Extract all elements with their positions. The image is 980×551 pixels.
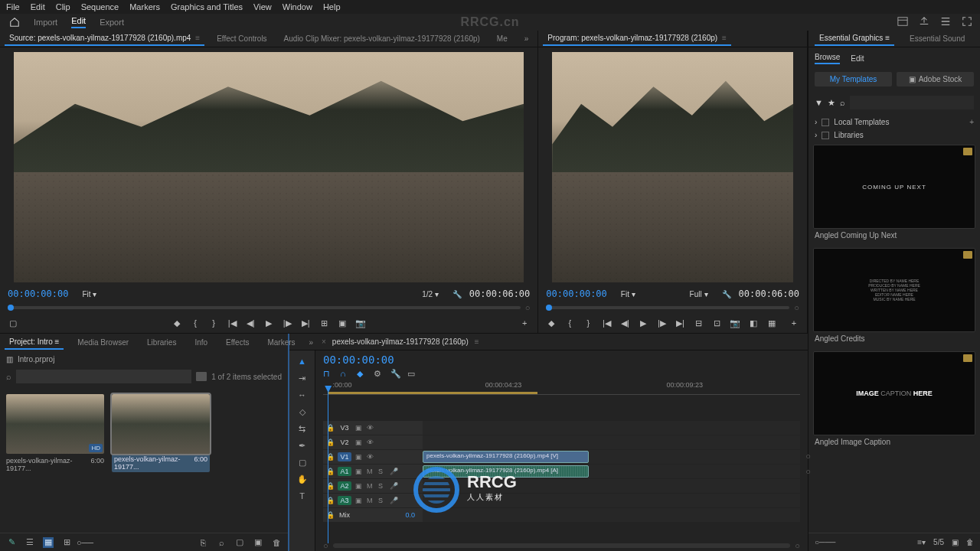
plus-icon[interactable]: + xyxy=(969,118,974,126)
workspace-icon[interactable] xyxy=(897,16,908,28)
template-search-input[interactable] xyxy=(850,96,974,109)
write-icon[interactable]: ✎ xyxy=(6,537,17,548)
bracket-out-icon[interactable]: } xyxy=(583,318,593,328)
track-header-a2[interactable]: 🔒A2▣MS🎤 xyxy=(323,479,423,493)
track-header-a1[interactable]: 🔒A1▣MS🎤 xyxy=(323,465,423,478)
menu-window[interactable]: Window xyxy=(283,2,312,11)
type-tool-icon[interactable]: T xyxy=(296,490,309,502)
work-area-bar[interactable] xyxy=(328,392,537,394)
essential-graphics-tab[interactable]: Essential Graphics ≡ xyxy=(815,31,894,46)
source-timecode-in[interactable]: 00:00:00:00 xyxy=(8,289,68,299)
track-expand-icon[interactable]: ○ xyxy=(805,452,811,461)
play-icon[interactable]: ▶ xyxy=(263,318,274,328)
slip-tool-icon[interactable]: ⇆ xyxy=(296,422,309,435)
new-icon[interactable]: ▣ xyxy=(952,538,959,546)
program-quality-dropdown[interactable]: Full ▾ xyxy=(690,290,708,298)
track-header-mix[interactable]: 🔒Mix0.0 xyxy=(323,508,423,522)
program-tab[interactable]: Program: pexels-volkan-yilmaz-19177928 (… xyxy=(543,31,731,46)
menu-graphics[interactable]: Graphics and Titles xyxy=(171,2,243,11)
info-tab[interactable]: Info xyxy=(190,336,212,349)
step-back-icon[interactable]: ◀| xyxy=(619,318,630,328)
snap-icon[interactable]: ⊓ xyxy=(323,369,332,378)
cc-icon[interactable]: ▭ xyxy=(407,369,416,378)
new-item-icon[interactable]: ▣ xyxy=(253,537,263,548)
libraries-folder[interactable]: ›Libraries xyxy=(815,129,974,142)
goto-out-icon[interactable]: ▶| xyxy=(675,318,685,328)
template-item[interactable]: DIRECTED BY NAME HEREPRODUCED BY NAME HE… xyxy=(813,248,975,345)
browse-subtab[interactable]: Browse xyxy=(815,53,840,64)
panel-menu-icon[interactable]: ≡ xyxy=(475,337,479,346)
wrench-icon[interactable]: 🔧 xyxy=(452,290,462,298)
toggle-track-icon[interactable]: ▣ xyxy=(355,424,363,432)
mark-in-icon[interactable]: ◆ xyxy=(172,318,182,328)
track-header-v1[interactable]: 🔒V1▣👁 xyxy=(323,450,423,464)
automate-icon[interactable]: ⎘ xyxy=(198,537,208,548)
eye-icon[interactable]: 👁 xyxy=(367,424,374,432)
tab-edit[interactable]: Edit xyxy=(71,16,86,28)
insert-icon[interactable]: ⊞ xyxy=(318,318,329,328)
extract-icon[interactable]: ⊡ xyxy=(711,318,722,328)
search-icon[interactable]: ⌕ xyxy=(6,372,11,381)
timeline-timecode[interactable]: 00:00:00:00 xyxy=(323,354,800,366)
icon-view-icon[interactable]: ▦ xyxy=(43,537,54,548)
tab-import[interactable]: Import xyxy=(34,18,57,27)
effect-controls-tab[interactable]: Effect Controls xyxy=(212,32,271,45)
step-fwd-icon[interactable]: |▶ xyxy=(656,318,667,328)
pen-tool-icon[interactable]: ✒ xyxy=(296,439,309,452)
bracket-in-icon[interactable]: { xyxy=(190,318,201,328)
button-editor-icon[interactable]: + xyxy=(519,318,530,328)
slider-dot[interactable]: ○─── xyxy=(815,538,835,546)
source-tab[interactable]: Source: pexels-volkan-yilmaz-19177928 (2… xyxy=(5,31,204,46)
compare-icon[interactable]: ◧ xyxy=(748,318,759,328)
track-lane-mix[interactable] xyxy=(423,508,800,522)
template-item[interactable]: COMING UP NEXT Angled Coming Up Next xyxy=(813,145,975,242)
rectangle-tool-icon[interactable]: ▢ xyxy=(296,456,309,468)
video-clip[interactable]: pexels-volkan-yilmaz-19177928 (2160p).mp… xyxy=(423,451,589,463)
trash-icon[interactable]: 🗑 xyxy=(271,537,282,548)
hand-tool-icon[interactable]: ✋ xyxy=(296,473,309,485)
menu-edit[interactable]: Edit xyxy=(31,2,45,11)
lift-icon[interactable]: ⊟ xyxy=(693,318,704,328)
track-header-v3[interactable]: 🔒V3▣👁 xyxy=(323,421,423,435)
project-search-input[interactable] xyxy=(16,370,191,383)
timeline-ruler[interactable]: :00:00 00:00:04:23 00:00:09:23 xyxy=(323,381,800,395)
edit-subtab[interactable]: Edit xyxy=(851,54,864,63)
audio-mixer-tab[interactable]: Audio Clip Mixer: pexels-volkan-yilmaz-1… xyxy=(279,32,485,45)
menu-markers[interactable]: Markers xyxy=(129,2,160,11)
menu-help[interactable]: Help xyxy=(323,2,341,11)
track-header-v2[interactable]: 🔒V2▣👁 xyxy=(323,435,423,449)
template-item[interactable]: IMAGE CAPTION HERE Angled Image Caption xyxy=(813,351,975,448)
freeform-view-icon[interactable]: ⊞ xyxy=(61,537,72,548)
menu-file[interactable]: File xyxy=(6,2,20,11)
track-lane-v1[interactable]: pexels-volkan-yilmaz-19177928 (2160p).mp… xyxy=(423,450,800,464)
bracket-out-icon[interactable]: } xyxy=(208,318,219,328)
wrench-icon[interactable]: 🔧 xyxy=(390,369,400,378)
program-fit-dropdown[interactable]: Fit ▾ xyxy=(621,290,635,298)
goto-in-icon[interactable]: |◀ xyxy=(601,318,612,328)
zoom-slider[interactable]: ○── xyxy=(80,537,90,548)
goto-in-icon[interactable]: |◀ xyxy=(227,318,237,328)
export-frame-icon[interactable]: 📷 xyxy=(730,318,740,328)
source-fit-dropdown[interactable]: Fit ▾ xyxy=(82,290,96,298)
find-icon[interactable]: ⌕ xyxy=(216,537,227,548)
quick-export-icon[interactable] xyxy=(940,16,951,28)
playhead[interactable] xyxy=(328,390,328,543)
panel-menu-icon[interactable]: ≡ xyxy=(722,34,727,42)
track-select-tool-icon[interactable]: ⇥ xyxy=(296,372,309,384)
filter-icon[interactable]: ▼ xyxy=(815,98,823,107)
new-bin-icon[interactable] xyxy=(196,372,207,381)
chevron-right-icon[interactable]: › xyxy=(815,118,817,126)
menu-sequence[interactable]: Sequence xyxy=(81,2,119,11)
track-expand-icon[interactable]: ○ xyxy=(805,467,811,476)
program-timecode-in[interactable]: 00:00:00:00 xyxy=(546,289,606,299)
sort-icon[interactable]: ≡▾ xyxy=(917,538,926,546)
local-templates-folder[interactable]: ›Local Templates+ xyxy=(815,116,974,129)
export-frame-icon[interactable]: 📷 xyxy=(355,318,366,328)
share-icon[interactable] xyxy=(919,16,929,28)
menu-clip[interactable]: Clip xyxy=(56,2,70,11)
tab-export[interactable]: Export xyxy=(100,18,124,27)
libraries-tab[interactable]: Libraries xyxy=(142,336,181,349)
search-icon[interactable]: ⌕ xyxy=(840,98,845,107)
overwrite-icon[interactable]: ▣ xyxy=(337,318,348,328)
program-scrubber[interactable]: ○ xyxy=(538,302,807,313)
